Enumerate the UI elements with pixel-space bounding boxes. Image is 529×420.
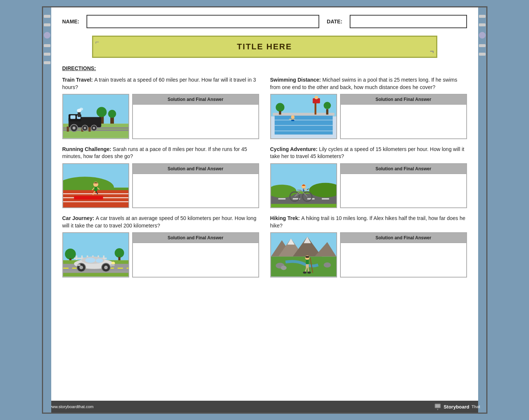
name-input[interactable] xyxy=(86,15,319,28)
svg-rect-11 xyxy=(88,127,91,132)
svg-point-19 xyxy=(84,127,86,129)
svg-rect-14 xyxy=(70,115,75,119)
side-decoration-right xyxy=(478,7,486,413)
storyboard-icon xyxy=(434,403,441,410)
problem-label-cycling: Cycling Adventure: xyxy=(270,146,318,152)
svg-rect-42 xyxy=(326,109,328,115)
side-notch xyxy=(479,15,486,18)
svg-point-114 xyxy=(305,256,309,260)
problem-content-swimming: Solution and Final Answer xyxy=(270,94,467,139)
problem-image-hiking xyxy=(270,232,337,277)
solution-body-cycling xyxy=(341,174,466,207)
problem-image-running xyxy=(62,163,129,208)
solution-box-train: Solution and Final Answer xyxy=(132,94,259,139)
problem-content-hiking: Solution and Final Answer xyxy=(270,232,467,277)
svg-point-41 xyxy=(323,102,331,109)
problem-title-car: Car Journey: A car travels at an average… xyxy=(62,215,259,229)
pool-scene-svg xyxy=(271,95,336,138)
footer-logo: Storyboard That xyxy=(434,403,480,410)
solution-body-running xyxy=(133,174,258,207)
solution-header-train: Solution and Final Answer xyxy=(133,95,258,105)
svg-rect-22 xyxy=(78,112,81,117)
problem-content-train: Solution and Final Answer xyxy=(62,94,259,139)
problem-label-swimming: Swimming Distance: xyxy=(270,77,321,83)
solution-box-car: Solution and Final Answer xyxy=(132,232,259,277)
problem-title-hiking: Hiking Trek: A hiking trail is 10 miles … xyxy=(270,215,467,229)
svg-rect-82 xyxy=(76,256,77,260)
footer: www.storyboardthat.com Storyboard That xyxy=(43,401,486,413)
svg-rect-31 xyxy=(314,102,316,115)
svg-rect-40 xyxy=(279,111,281,115)
svg-point-24 xyxy=(79,108,83,111)
svg-rect-115 xyxy=(305,256,309,258)
solution-box-swimming: Solution and Final Answer xyxy=(340,94,467,139)
side-notch xyxy=(44,44,50,47)
problem-image-swimming xyxy=(270,94,337,139)
svg-rect-52 xyxy=(94,187,97,191)
title-box: TITLE HERE xyxy=(92,36,437,58)
problem-cycling: Cycling Adventure: Lily cycles at a spee… xyxy=(270,146,467,209)
solution-body-train xyxy=(133,105,258,138)
svg-point-120 xyxy=(303,272,307,274)
solution-header-swimming: Solution and Final Answer xyxy=(341,95,466,105)
svg-point-96 xyxy=(79,266,83,269)
cycling-scene-svg xyxy=(271,164,336,207)
svg-point-121 xyxy=(307,272,311,274)
svg-rect-124 xyxy=(435,404,440,407)
problem-image-cycling xyxy=(270,163,337,208)
svg-point-34 xyxy=(314,96,318,99)
side-notch xyxy=(479,23,486,26)
svg-rect-116 xyxy=(306,260,308,265)
problem-label-hiking: Hiking Trek: xyxy=(270,215,300,221)
problem-title-cycling: Cycling Adventure: Lily cycles at a spee… xyxy=(270,146,467,160)
solution-box-hiking: Solution and Final Answer xyxy=(340,232,467,277)
svg-rect-30 xyxy=(272,113,334,116)
svg-rect-26 xyxy=(274,115,332,135)
problem-title-train: Train Travel: A train travels at a speed… xyxy=(62,76,259,91)
problems-grid: Train Travel: A train travels at a speed… xyxy=(62,76,467,284)
problem-content-cycling: Solution and Final Answer xyxy=(270,163,467,208)
footer-website: www.storyboardthat.com xyxy=(49,404,94,409)
svg-point-93 xyxy=(85,258,95,263)
svg-rect-60 xyxy=(278,198,285,200)
problem-car: Car Journey: A car travels at an average… xyxy=(62,215,259,278)
svg-point-36 xyxy=(291,115,294,119)
car-scene-svg xyxy=(63,233,128,276)
svg-marker-125 xyxy=(437,409,438,410)
problem-label-car: Car Journey: xyxy=(62,215,94,221)
problem-content-running: Solution and Final Answer xyxy=(62,163,259,208)
svg-rect-101 xyxy=(77,264,81,266)
solution-body-swimming xyxy=(341,105,466,138)
solution-box-running: Solution and Final Answer xyxy=(132,163,259,208)
problem-image-train xyxy=(62,94,129,139)
problem-running: Running Challenge: Sarah runs at a pace … xyxy=(62,146,259,209)
svg-rect-63 xyxy=(321,198,329,200)
svg-point-79 xyxy=(114,248,124,257)
svg-rect-100 xyxy=(110,264,115,266)
solution-header-car: Solution and Final Answer xyxy=(133,233,258,243)
svg-point-113 xyxy=(323,262,331,268)
svg-point-17 xyxy=(72,127,75,129)
side-notch xyxy=(44,53,50,56)
side-circle xyxy=(44,32,50,39)
train-scene-svg xyxy=(63,95,128,138)
directions-label: DIRECTIONS: xyxy=(62,65,467,71)
running-scene-svg xyxy=(63,164,128,207)
date-input[interactable] xyxy=(350,15,467,28)
side-notch xyxy=(44,15,50,18)
svg-rect-50 xyxy=(74,196,103,200)
problem-label-running: Running Challenge: xyxy=(62,146,111,152)
solution-header-hiking: Solution and Final Answer xyxy=(341,233,466,243)
side-notch xyxy=(479,44,486,47)
hiking-scene-svg xyxy=(271,233,336,276)
footer-brand-suffix: That xyxy=(471,404,480,409)
problem-title-running: Running Challenge: Sarah runs at a pace … xyxy=(62,146,259,160)
problem-train-travel: Train Travel: A train travels at a speed… xyxy=(62,76,259,139)
main-content: NAME: DATE: TITLE HERE DIRECTIONS: Train… xyxy=(51,7,478,401)
side-notch xyxy=(479,53,486,56)
svg-point-3 xyxy=(96,107,106,117)
svg-rect-35 xyxy=(315,99,318,103)
side-notch xyxy=(44,61,50,64)
solution-body-hiking xyxy=(341,243,466,276)
svg-point-21 xyxy=(93,127,95,129)
